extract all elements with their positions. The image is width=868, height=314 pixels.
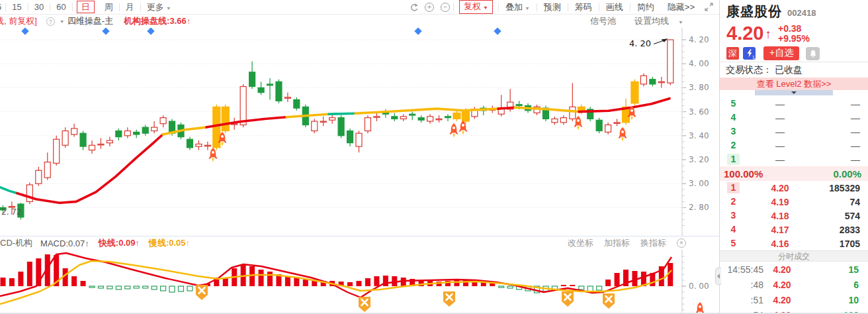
tick-volume: 102	[801, 310, 868, 314]
zoom-in-icon[interactable]: +	[425, 3, 434, 12]
tick-volume: 6	[801, 280, 868, 290]
chips-button[interactable]: 筹码	[568, 1, 599, 13]
period-week[interactable]: 周	[99, 1, 119, 13]
period-15min[interactable]: 15	[6, 2, 27, 12]
signal-diamond-icon	[494, 28, 501, 35]
ask-row[interactable]: 1——	[720, 152, 868, 166]
add-indicator-button[interactable]: 加指标	[604, 237, 630, 249]
ask-level: 4	[727, 112, 740, 123]
macd-chart[interactable]: 0. 00	[0, 250, 719, 313]
draw-line-button[interactable]: 画线	[599, 1, 630, 13]
fullscreen-icon[interactable]	[705, 3, 713, 11]
undo-icon[interactable]	[409, 3, 418, 12]
period-60min[interactable]: 60	[50, 2, 71, 12]
macd-chart-wrap: 0. 00	[0, 250, 719, 313]
change-axis-button[interactable]: 改坐标	[568, 237, 593, 249]
ask-price: —	[740, 154, 820, 165]
tick-time: :54	[720, 310, 763, 314]
orderbook-collapse-pill[interactable]	[755, 90, 833, 95]
tick-price: 4.20	[763, 310, 801, 314]
bid-row[interactable]: 14.20185329	[720, 181, 868, 195]
more-periods-menu[interactable]: 更多▼	[141, 1, 177, 13]
bid-level: 2	[727, 196, 740, 207]
sell-cross-badge-icon	[196, 285, 208, 300]
bid-row[interactable]: 34.18574	[720, 209, 868, 223]
hide-toolbar-button[interactable]: 隐藏>>	[661, 1, 701, 13]
bid-level: 3	[727, 210, 740, 221]
ask-level: 5	[727, 98, 740, 109]
chevron-left-icon	[717, 274, 720, 279]
adjust-mode-label: 线, 前复权]	[0, 15, 37, 27]
svg-text:3. 20: 3. 20	[689, 155, 709, 164]
bid-level: 1	[727, 182, 740, 193]
collapse-panel-handle[interactable]	[715, 268, 721, 285]
help-icon[interactable]: ?	[46, 17, 55, 26]
bid-row[interactable]: 54.161705	[720, 236, 868, 250]
chevron-down-icon: ▼	[483, 3, 488, 12]
ask-row[interactable]: 2——	[720, 138, 868, 152]
period-5min[interactable]: 5	[0, 2, 5, 12]
period-tabs: 5 15 30 60 日 周 月 更多▼	[0, 0, 177, 14]
signal-diamond-icon	[102, 28, 109, 35]
period-month[interactable]: 月	[120, 1, 140, 13]
period-day[interactable]: 日	[77, 1, 95, 13]
bid-level: 4	[727, 224, 740, 235]
svg-text:4. 20: 4. 20	[689, 35, 709, 44]
low-price-label: 2. 72	[1, 207, 22, 217]
bid-row[interactable]: 44.172833	[720, 223, 868, 236]
bid-volume: 2833	[820, 225, 868, 235]
trade-status-label: 交易状态：	[726, 64, 772, 75]
macd-indicator-name[interactable]: CD-机构	[0, 237, 32, 249]
period-30min[interactable]: 30	[28, 2, 50, 12]
sell-cross-badge-icon	[359, 297, 370, 312]
tick-row: :484.206	[720, 277, 868, 292]
kline-chart[interactable]: 4. 204. 003. 803. 603. 403. 203. 002. 80…	[0, 28, 719, 236]
tick-row: 14:55:454.2015	[720, 262, 868, 277]
bid-volume: 74	[820, 197, 868, 207]
add-watchlist-button[interactable]: +自选	[763, 46, 799, 60]
ask-row[interactable]: 3——	[720, 125, 868, 138]
signal-diamond-icon	[414, 28, 421, 35]
macd-fast-value: 快线:0.09↑	[99, 237, 140, 249]
ask-level: 3	[727, 126, 740, 137]
ask-price: —	[740, 99, 820, 109]
chevron-down-icon[interactable]: ▼	[60, 19, 65, 24]
ask-level: 2	[727, 140, 740, 151]
ask-row[interactable]: 5——	[720, 97, 868, 111]
simple-mode-button[interactable]: 简约	[630, 1, 661, 13]
ask-level: 1	[727, 154, 740, 165]
ask-row[interactable]: 4——	[720, 111, 868, 125]
rocket-signal-icon	[619, 127, 627, 142]
rocket-signal-icon	[209, 148, 218, 162]
level2-link[interactable]: 查看 Level2 数据>>	[720, 78, 868, 90]
flash-trade-icon[interactable]: 1	[743, 47, 756, 60]
svg-text:3. 00: 3. 00	[689, 179, 709, 188]
stock-code: 002418	[787, 8, 816, 18]
zoom-out-icon[interactable]: −	[441, 3, 450, 12]
macd-value: MACD:0.07↑	[40, 238, 89, 248]
bid-row[interactable]: 24.1974	[720, 195, 868, 209]
ma-settings-button[interactable]: 设置均线▼	[625, 15, 683, 27]
tick-time: 14:55:45	[720, 264, 763, 275]
rocket-signal-icon	[459, 121, 468, 135]
forecast-button[interactable]: 预测	[537, 1, 568, 13]
signal-pool-button[interactable]: 信号池	[590, 15, 616, 27]
price-up-arrow-icon: ↑	[765, 27, 771, 42]
overlay-button[interactable]: 叠加▼	[499, 1, 537, 13]
ask-volume: —	[820, 99, 868, 109]
tick-time: :51	[720, 295, 763, 305]
macd-slow-value: 慢线:0.05↑	[149, 237, 190, 249]
quote-panel: 康盛股份 002418 4.20 ↑ +0.38 +9.95% 深 1 +自选 …	[719, 0, 868, 314]
adjust-price-button[interactable]: 复权▼	[459, 0, 493, 14]
alert-bell-icon[interactable]	[806, 47, 820, 60]
bid-price: 4.17	[740, 225, 820, 235]
svg-text:3. 60: 3. 60	[689, 107, 709, 117]
sell-cross-badge-icon	[562, 291, 574, 307]
price-change: +0.38	[778, 24, 810, 34]
main-indicator-label[interactable]: 四维操盘-主	[67, 15, 113, 27]
price-change-pct: +9.95%	[778, 34, 810, 44]
close-indicator-icon[interactable]: ×	[677, 238, 686, 248]
chevron-down-icon: ▼	[678, 20, 683, 25]
switch-indicator-button[interactable]: 换指标	[640, 237, 666, 249]
svg-text:4. 00: 4. 00	[689, 59, 709, 68]
